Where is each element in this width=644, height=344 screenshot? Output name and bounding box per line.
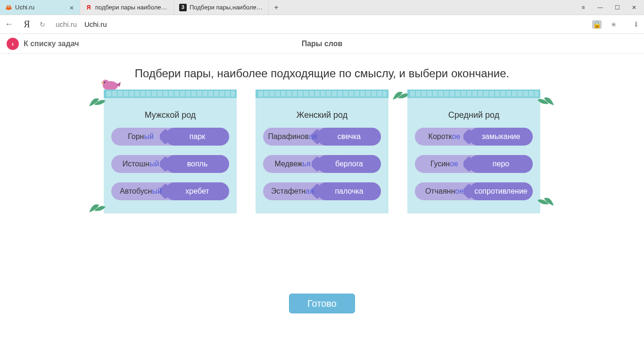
card-title: Женский род bbox=[263, 110, 381, 120]
adjective-chip[interactable]: Короткое bbox=[415, 128, 474, 146]
minimize-icon[interactable]: — bbox=[597, 4, 603, 11]
adjective-chip[interactable]: Медвежья bbox=[263, 155, 322, 173]
word-pair[interactable]: Отчаянное сопротивление bbox=[415, 182, 533, 200]
adjective-chip[interactable]: Парафиновая bbox=[263, 128, 322, 146]
browser-tab-1[interactable]: Я подбери пары наиболее по bbox=[80, 0, 174, 15]
noun-chip[interactable]: палочка bbox=[317, 182, 381, 200]
word-pair[interactable]: Истошный вопль bbox=[111, 155, 229, 173]
svg-point-2 bbox=[104, 82, 106, 83]
card-title: Средний род bbox=[415, 110, 533, 120]
download-icon[interactable]: ⬇ bbox=[632, 20, 640, 29]
adjective-chip[interactable]: Автобусный bbox=[111, 182, 170, 200]
adjective-chip[interactable]: Отчаянное bbox=[415, 182, 474, 200]
done-button[interactable]: Готово bbox=[289, 294, 355, 313]
noun-chip[interactable]: хребет bbox=[165, 182, 229, 200]
adjective-chip[interactable]: Истошный bbox=[111, 155, 170, 173]
word-pair[interactable]: Короткое замыкание bbox=[415, 128, 533, 146]
back-to-list-button[interactable]: ‹ К списку задач bbox=[7, 38, 79, 50]
lock-icon[interactable]: 🔒 bbox=[592, 20, 602, 29]
noun-chip[interactable]: сопротивление bbox=[469, 182, 533, 200]
page-title: Пары слов bbox=[302, 40, 343, 48]
word-pair[interactable]: Горный парк bbox=[111, 128, 229, 146]
noun-chip[interactable]: вопль bbox=[165, 155, 229, 173]
tab-title: Подбери пары,наиболее по bbox=[190, 4, 264, 11]
address-host[interactable]: uchi.ru bbox=[56, 20, 77, 28]
address-display[interactable]: Uchi.ru bbox=[84, 20, 107, 28]
word-pair[interactable]: Эстафетная палочка bbox=[263, 182, 381, 200]
gender-card-feminine: Женский род Парафиновая свечка Медвежья … bbox=[256, 90, 388, 213]
word-pair[interactable]: Гусиное перо bbox=[415, 155, 533, 173]
noun-chip[interactable]: перо bbox=[469, 155, 533, 173]
word-pair[interactable]: Медвежья берлога bbox=[263, 155, 381, 173]
browser-tabbar: 🦀 Uchi.ru ✕ Я подбери пары наиболее по З… bbox=[0, 0, 644, 15]
reload-icon[interactable]: ↻ bbox=[40, 21, 48, 28]
card-title: Мужской род bbox=[111, 110, 229, 120]
tab-favicon: З bbox=[179, 4, 187, 11]
word-pair[interactable]: Парафиновая свечка bbox=[263, 128, 381, 146]
star-icon[interactable]: ★ bbox=[609, 20, 618, 29]
new-tab-button[interactable]: + bbox=[269, 0, 284, 15]
gender-card-neuter: Средний род Короткое замыкание Гусиное п… bbox=[407, 90, 540, 213]
adjective-chip[interactable]: Эстафетная bbox=[263, 182, 322, 200]
address-bar: ← Я ↻ uchi.ru Uchi.ru 🔒 ★ ⬇ bbox=[0, 15, 644, 34]
noun-chip[interactable]: берлога bbox=[317, 155, 381, 173]
gender-card-masculine: Мужской род Горный парк Истошный вопль А… bbox=[104, 90, 237, 213]
browser-tab-0[interactable]: 🦀 Uchi.ru ✕ bbox=[0, 0, 80, 15]
adjective-chip[interactable]: Горный bbox=[111, 128, 170, 146]
close-window-icon[interactable]: ✕ bbox=[631, 4, 637, 11]
chevron-left-icon: ‹ bbox=[7, 38, 19, 50]
noun-chip[interactable]: свечка bbox=[317, 128, 381, 146]
tab-favicon: 🦀 bbox=[5, 4, 12, 11]
browser-tab-2[interactable]: З Подбери пары,наиболее по bbox=[174, 0, 269, 15]
cards-row: Мужской род Горный парк Истошный вопль А… bbox=[0, 90, 644, 213]
leaf-icon bbox=[537, 193, 556, 209]
adjective-chip[interactable]: Гусиное bbox=[415, 155, 474, 173]
window-controls: ≡ — ☐ ✕ bbox=[573, 0, 644, 15]
tab-favicon: Я bbox=[85, 4, 92, 11]
back-icon[interactable]: ← bbox=[4, 19, 14, 29]
noun-chip[interactable]: парк bbox=[165, 128, 229, 146]
close-icon[interactable]: ✕ bbox=[69, 5, 75, 10]
instruction-text: Подбери пары, наиболее подходящие по смы… bbox=[0, 67, 644, 80]
maximize-icon[interactable]: ☐ bbox=[614, 4, 620, 11]
back-label: К списку задач bbox=[24, 40, 79, 48]
menu-icon[interactable]: ≡ bbox=[580, 4, 586, 11]
page-header: ‹ К списку задач Пары слов bbox=[0, 34, 644, 54]
yandex-logo[interactable]: Я bbox=[22, 19, 32, 30]
tab-title: Uchi.ru bbox=[15, 4, 66, 11]
leaf-icon bbox=[87, 199, 107, 215]
exercise-content: Подбери пары, наиболее подходящие по смы… bbox=[0, 54, 644, 313]
word-pair[interactable]: Автобусный хребет bbox=[111, 182, 229, 200]
tab-title: подбери пары наиболее по bbox=[95, 4, 169, 11]
noun-chip[interactable]: замыкание bbox=[469, 128, 533, 146]
